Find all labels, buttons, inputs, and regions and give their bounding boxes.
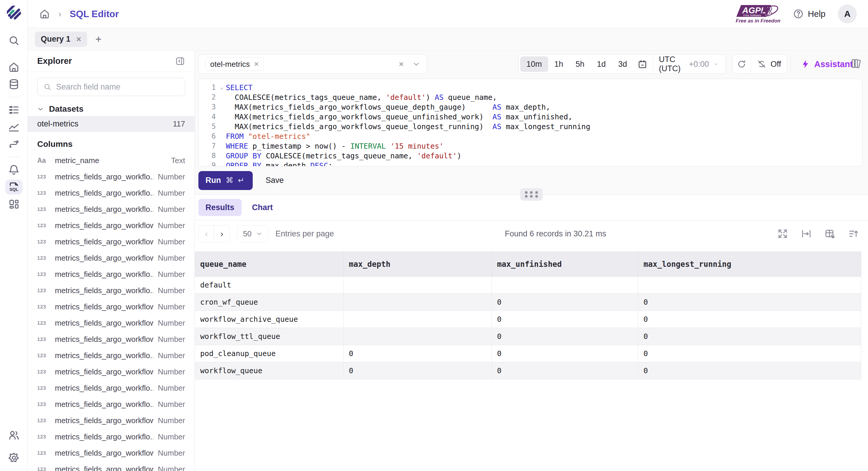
column-item[interactable]: 123metrics_fields_argo_workflow...Number [28, 299, 194, 315]
rail-bottom [5, 428, 23, 465]
line-number: 3 [199, 102, 226, 112]
table-export-icon[interactable] [824, 228, 836, 239]
alerts-bell-icon[interactable] [5, 163, 23, 177]
refresh-control: Off [732, 54, 787, 74]
sort-icon[interactable] [848, 228, 859, 239]
column-type: Number [158, 172, 185, 181]
user-avatar[interactable]: A [838, 4, 857, 23]
agpl-license-badge: AGPL Free Software 3 Free as in Freedom [735, 4, 781, 24]
logs-icon[interactable] [5, 102, 23, 117]
assistant-button[interactable]: Assistant [801, 54, 853, 74]
chevron-down-icon[interactable] [412, 60, 421, 68]
table-row[interactable]: pod_cleanup_queue000 [195, 345, 861, 362]
table-row[interactable]: default [195, 276, 861, 294]
code-line: FROM "otel-metrics" [226, 131, 590, 141]
number-type-icon: 123 [37, 271, 50, 277]
column-item[interactable]: 123metrics_fields_argo_workflo...Number [28, 348, 194, 364]
datasets-section-header[interactable]: Datasets [28, 102, 194, 116]
dataset-item-otel-metrics[interactable]: otel-metrics 117 [28, 116, 194, 132]
time-range-3d[interactable]: 3d [612, 56, 633, 72]
column-item[interactable]: 123metrics_fields_argo_workflow...Number [28, 315, 194, 331]
time-range-1h[interactable]: 1h [548, 56, 569, 72]
breadcrumb-home-icon[interactable] [39, 8, 50, 20]
traces-icon[interactable] [5, 137, 23, 152]
table-row[interactable]: workflow_queue000 [195, 362, 861, 379]
column-header[interactable]: max_depth [343, 252, 492, 276]
column-item[interactable]: 123metrics_fields_argo_workflow...Number [28, 331, 194, 348]
time-range-10m[interactable]: 10m [520, 56, 548, 72]
dataset-multiselect[interactable]: otel-metrics × × [198, 54, 427, 74]
table-row[interactable]: cron_wf_queue00 [195, 294, 861, 311]
remove-dataset-icon[interactable]: × [254, 59, 259, 69]
column-header[interactable]: max_longest_running [638, 252, 861, 276]
column-type: Number [158, 335, 185, 344]
tab-chart[interactable]: Chart [245, 199, 280, 216]
dashboards-icon[interactable] [5, 197, 23, 212]
fit-width-icon[interactable] [801, 228, 812, 239]
resize-handle[interactable] [520, 188, 542, 201]
next-page-button[interactable]: › [214, 226, 229, 242]
table-cell: 0 [492, 328, 638, 345]
code-token: ; [328, 161, 333, 166]
metrics-icon[interactable] [5, 120, 23, 135]
tab-query-1[interactable]: Query 1 × [35, 32, 87, 47]
column-header[interactable]: queue_name [195, 252, 343, 276]
dataset-chip[interactable]: otel-metrics × [205, 57, 264, 71]
time-range-5h[interactable]: 5h [569, 56, 591, 72]
column-item[interactable]: Aametric_nameText [28, 152, 194, 169]
help-button[interactable]: Help [793, 8, 826, 19]
column-item[interactable]: 123metrics_fields_argo_workflow...Number [28, 217, 194, 234]
column-item[interactable]: 123metrics_fields_argo_workflo...Number [28, 266, 194, 283]
expand-icon[interactable] [777, 228, 788, 239]
column-item[interactable]: 123metrics_fields_argo_workflo...Number [28, 185, 194, 201]
sql-editor-icon[interactable]: SQL [5, 180, 23, 195]
number-type-icon: 123 [37, 369, 50, 375]
page-size-select[interactable]: 50 [237, 225, 268, 242]
settings-gear-icon[interactable] [5, 450, 23, 465]
refresh-icon[interactable] [733, 55, 751, 73]
column-item[interactable]: 123metrics_fields_argo_workflo...Number [28, 201, 194, 217]
collapse-panel-icon[interactable] [175, 56, 185, 66]
table-row[interactable]: workflow_ttl_queue00 [195, 328, 861, 345]
column-item[interactable]: 123metrics_fields_argo_workflow...Number [28, 445, 194, 461]
number-type-icon: 123 [37, 320, 50, 326]
sql-editor[interactable]: 123456789 SELECT COALESCE(metrics_tags_q… [198, 79, 863, 166]
library-icon[interactable] [850, 58, 862, 69]
column-item[interactable]: 123metrics_fields_argo_workflo...Number [28, 283, 194, 299]
home-icon[interactable] [5, 60, 23, 75]
auto-refresh-toggle[interactable]: Off [751, 55, 787, 73]
time-range-1d[interactable]: 1d [591, 56, 612, 72]
search-field-input[interactable] [56, 83, 179, 92]
column-item[interactable]: 123metrics_fields_argo_workflow...Number [28, 364, 194, 380]
save-button[interactable]: Save [266, 176, 284, 185]
timezone-select[interactable]: UTC (UTC) +0:00 [654, 55, 724, 73]
app-logo-icon[interactable] [6, 5, 22, 21]
column-item[interactable]: 123metrics_fields_argo_workflo...Number [28, 396, 194, 412]
datasets-icon[interactable] [5, 77, 23, 92]
column-name: metrics_fields_argo_workflo... [55, 270, 153, 279]
code-line: ORDER BY max_depth DESC; [226, 161, 590, 166]
column-header[interactable]: max_unfinished [492, 252, 638, 276]
clear-select-icon[interactable]: × [399, 59, 404, 69]
add-query-tab-button[interactable]: + [95, 34, 101, 45]
code-token: 'default' [386, 93, 426, 101]
column-item[interactable]: 123metrics_fields_argo_workflow...Number [28, 461, 194, 471]
table-row[interactable]: workflow_archive_queue00 [195, 311, 861, 328]
close-tab-icon[interactable]: × [76, 35, 81, 44]
table-cell [638, 276, 861, 294]
column-item[interactable]: 123metrics_fields_argo_workflo...Number [28, 380, 194, 396]
column-item[interactable]: 123metrics_fields_argo_workflow...Number [28, 412, 194, 429]
tab-results[interactable]: Results [198, 199, 242, 216]
chevron-down-icon [256, 230, 263, 237]
column-item[interactable]: 123metrics_fields_argo_workflo...Number [28, 429, 194, 445]
calendar-icon[interactable] [633, 59, 652, 69]
global-search-icon[interactable] [5, 33, 23, 48]
column-item[interactable]: 123metrics_fields_argo_workflo...Number [28, 169, 194, 185]
columns-list: Aametric_nameText123metrics_fields_argo_… [28, 152, 194, 471]
users-icon[interactable] [5, 428, 23, 443]
column-item[interactable]: 123metrics_fields_argo_workflow...Number [28, 234, 194, 250]
run-button[interactable]: Run ⌘ ↵ [198, 171, 253, 190]
column-item[interactable]: 123metrics_fields_argo_workflow...Number [28, 250, 194, 266]
code-token: p_timestamp > now() - [248, 142, 350, 150]
prev-page-button[interactable]: ‹ [199, 226, 214, 242]
